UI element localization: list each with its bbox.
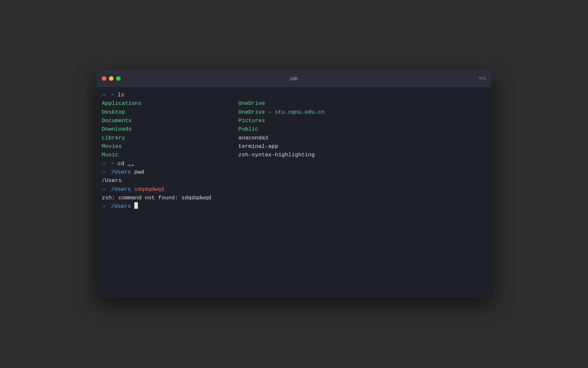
- dir-applications: Applications: [102, 99, 238, 108]
- dir-documents: Documents: [102, 117, 238, 125]
- dir-zsh-syntax: zsh-syntax-highlighting: [238, 151, 486, 159]
- cmd-ls: ls: [118, 91, 124, 99]
- command-line-current: → /Users: [102, 202, 486, 211]
- command-line-pwd: → /Users pwd: [102, 168, 486, 177]
- dir-anaconda3: anaconda3: [238, 134, 486, 142]
- terminal-content[interactable]: → ~ ls Applications Desktop Documents Do…: [97, 87, 491, 298]
- prompt-tilde-2: ~: [108, 160, 118, 168]
- prompt-path-users-2: /Users: [108, 185, 134, 194]
- ls-col-left: Applications Desktop Documents Downloads…: [102, 99, 238, 159]
- dir-onedrive-stu: OneDrive – stu.cqnu.edu.cn: [238, 108, 486, 117]
- pwd-output: /Users: [102, 177, 486, 185]
- command-line-cd: → ~ cd ..: [102, 160, 486, 168]
- minimize-button[interactable]: [109, 76, 114, 81]
- dir-downloads: Downloads: [102, 125, 238, 134]
- dir-desktop: Desktop: [102, 108, 238, 117]
- window-shortcut: ⌥⌘1: [479, 76, 486, 81]
- cmd-pwd: pwd: [134, 168, 144, 177]
- prompt-arrow-2: →: [102, 160, 105, 168]
- dir-library: Library: [102, 134, 238, 142]
- maximize-button[interactable]: [116, 76, 121, 81]
- terminal-window: zsh ⌥⌘1 → ~ ls Applications Desktop Docu…: [97, 70, 491, 298]
- traffic-lights: [102, 76, 121, 81]
- cmd-cd: cd: [118, 160, 128, 168]
- dir-pictures: Pictures: [238, 117, 486, 125]
- close-button[interactable]: [102, 76, 106, 81]
- error-output: zsh: command not found: sdqdqdwqd: [102, 194, 486, 202]
- prompt-arrow-5: →: [102, 202, 105, 211]
- ls-col-right: OneDrive OneDrive – stu.cqnu.edu.cn Pict…: [238, 99, 486, 159]
- prompt-arrow: →: [102, 91, 105, 99]
- dir-terminal-app: terminal-app: [238, 142, 486, 151]
- command-line-bad: → /Users sdqdqdwqd: [102, 185, 486, 194]
- prompt-path-users-3: /Users: [108, 202, 134, 211]
- dir-music: Music: [102, 151, 238, 159]
- command-line-ls: → ~ ls: [102, 91, 486, 99]
- titlebar: zsh ⌥⌘1: [97, 70, 491, 87]
- prompt-path-users: /Users: [108, 168, 134, 177]
- prompt-tilde: ~: [108, 91, 118, 99]
- dir-onedrive: OneDrive: [238, 99, 486, 108]
- prompt-arrow-3: →: [102, 168, 105, 177]
- dir-public: Public: [238, 125, 486, 134]
- cmd-bad: sdqdqdwqd: [134, 185, 164, 194]
- error-text: zsh: command not found: sdqdqdwqd: [102, 194, 211, 202]
- cmd-dotdot: ..: [127, 160, 134, 168]
- window-title: zsh: [290, 76, 298, 81]
- dir-movies: Movies: [102, 142, 238, 151]
- pwd-result: /Users: [102, 177, 122, 185]
- prompt-arrow-4: →: [102, 185, 105, 194]
- ls-output: Applications Desktop Documents Downloads…: [102, 99, 486, 159]
- cursor: [134, 202, 138, 209]
